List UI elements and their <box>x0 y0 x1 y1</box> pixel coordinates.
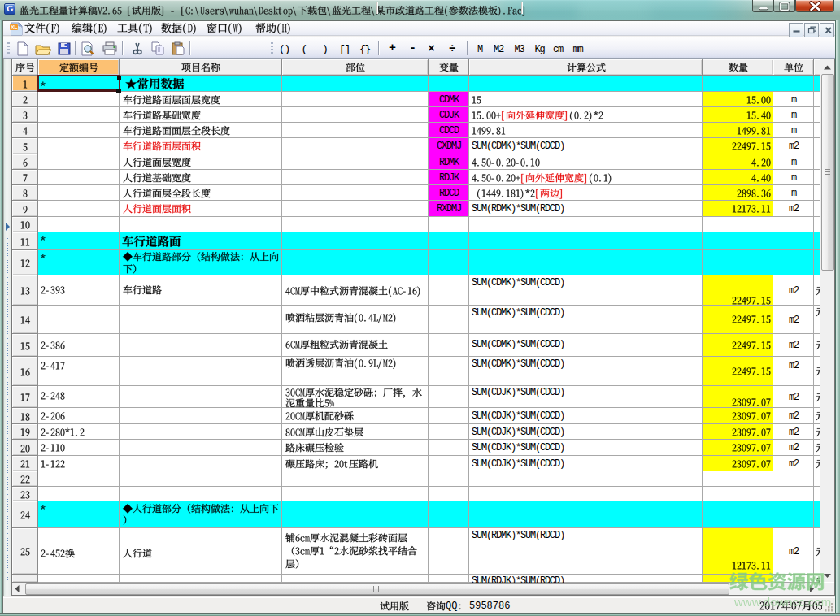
svg-text:XL: XL <box>11 24 17 30</box>
